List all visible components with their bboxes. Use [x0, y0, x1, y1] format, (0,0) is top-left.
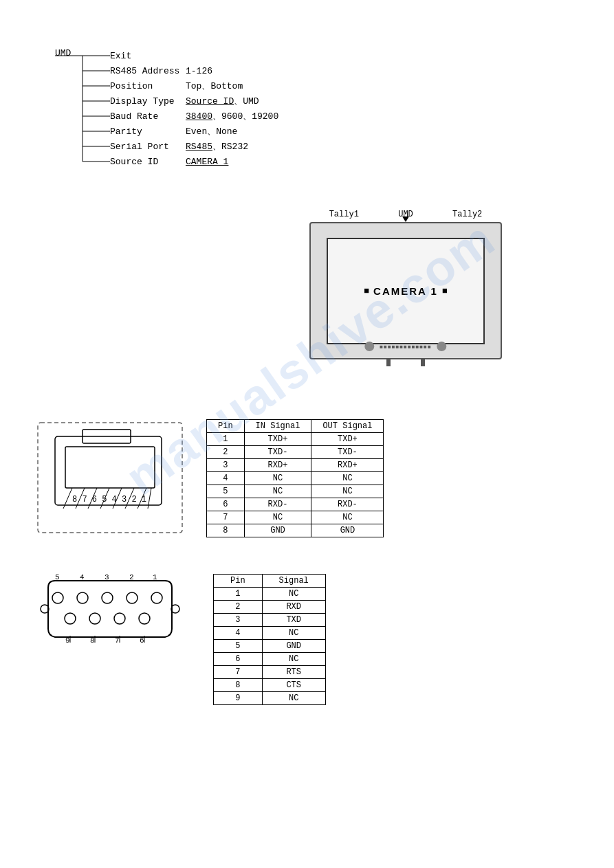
monitor-outer: ■ CAMERA 1 ■ ■■■■■■■■■■■■■ — [309, 222, 502, 359]
camera-label: CAMERA 1 — [373, 285, 438, 297]
svg-point-29 — [77, 592, 88, 603]
monitor-dots: ■■■■■■■■■■■■■ — [380, 344, 431, 350]
monitor-knob-right — [437, 342, 447, 351]
table-row: 7RTS — [214, 666, 326, 679]
table-row: 8CTS — [214, 679, 326, 692]
svg-point-28 — [52, 592, 63, 603]
svg-rect-13 — [65, 447, 155, 488]
table-row: 2TXD-TXD- — [207, 446, 384, 459]
table-row: 1TXD+TXD+ — [207, 433, 384, 446]
svg-text:6: 6 — [140, 636, 144, 645]
table-row: 6RXD-RXD- — [207, 498, 384, 511]
table-row: 3RXD+RXD+ — [207, 459, 384, 472]
svg-text:8: 8 — [90, 636, 95, 645]
monitor-body: ■ CAMERA 1 ■ ■■■■■■■■■■■■■ — [309, 222, 502, 366]
table-row: 9NC — [214, 692, 326, 705]
monitor-stand — [371, 359, 440, 366]
svg-point-30 — [102, 592, 113, 603]
svg-text:2: 2 — [129, 574, 134, 581]
umd-section: UMD Exit RS485 Address — [55, 48, 223, 169]
stand-leg-right — [421, 359, 425, 366]
table-row: 5GND — [214, 640, 326, 653]
svg-text:1: 1 — [153, 574, 157, 581]
tally-right-indicator: ■ — [442, 286, 448, 296]
table-row: 4NC — [214, 627, 326, 640]
table-row: 3TXD — [214, 614, 326, 627]
tree-svg — [55, 48, 275, 169]
monitor-bottom-bar: ■■■■■■■■■■■■■ — [364, 342, 446, 351]
svg-point-33 — [65, 613, 76, 624]
svg-point-36 — [139, 613, 150, 624]
svg-point-32 — [151, 592, 162, 603]
svg-point-31 — [127, 592, 138, 603]
db9-table: Pin Signal 1NC 2RXD 3TXD 4NC 5GND 6NC 7R… — [213, 574, 326, 705]
db9-col-pin: Pin — [214, 575, 263, 588]
svg-text:7: 7 — [115, 636, 120, 645]
table-row: 4NCNC — [207, 472, 384, 485]
monitor-screen: ■ CAMERA 1 ■ — [327, 238, 485, 344]
svg-point-34 — [89, 613, 100, 624]
svg-text:4: 4 — [80, 574, 85, 581]
rj45-col-out: OUT Signal — [311, 420, 384, 433]
table-row: 6NC — [214, 653, 326, 666]
db9-drawing: 5 4 3 2 1 9 8 7 6 — [34, 574, 186, 711]
rj45-drawing: 8 7 6 5 4 3 2 1 — [34, 419, 186, 536]
monitor-section: Tally1 UMD Tally2 ■ CAMERA 1 ■ ■■■■■■■■■… — [309, 210, 502, 366]
svg-rect-10 — [38, 423, 182, 533]
table-row: 8GNDGND — [207, 524, 384, 537]
arrow-down-icon — [402, 216, 409, 222]
monitor-knob-left — [364, 342, 374, 351]
svg-text:8 7 6 5 4 3 2 1: 8 7 6 5 4 3 2 1 — [72, 495, 146, 504]
svg-text:9: 9 — [65, 636, 70, 645]
table-row: 2RXD — [214, 601, 326, 614]
rj45-section: 8 7 6 5 4 3 2 1 Pin IN Signal OUT Signal… — [34, 419, 384, 537]
db9-col-signal: Signal — [262, 575, 325, 588]
tally-left-indicator: ■ — [364, 286, 369, 296]
stand-leg-left — [386, 359, 391, 366]
svg-text:3: 3 — [105, 574, 109, 581]
svg-point-35 — [114, 613, 125, 624]
svg-text:5: 5 — [55, 574, 60, 581]
db9-section: 5 4 3 2 1 9 8 7 6 Pin Signal — [34, 574, 326, 711]
rj45-table: Pin IN Signal OUT Signal 1TXD+TXD+ 2TXD-… — [206, 419, 384, 537]
table-row: 7NCNC — [207, 511, 384, 524]
table-row: 1NC — [214, 588, 326, 601]
umd-arrow — [402, 216, 409, 222]
rj45-col-pin: Pin — [207, 420, 245, 433]
tally1-label: Tally1 — [329, 210, 359, 219]
rj45-col-in: IN Signal — [244, 420, 311, 433]
tally2-label: Tally2 — [452, 210, 482, 219]
table-row: 5NCNC — [207, 485, 384, 498]
